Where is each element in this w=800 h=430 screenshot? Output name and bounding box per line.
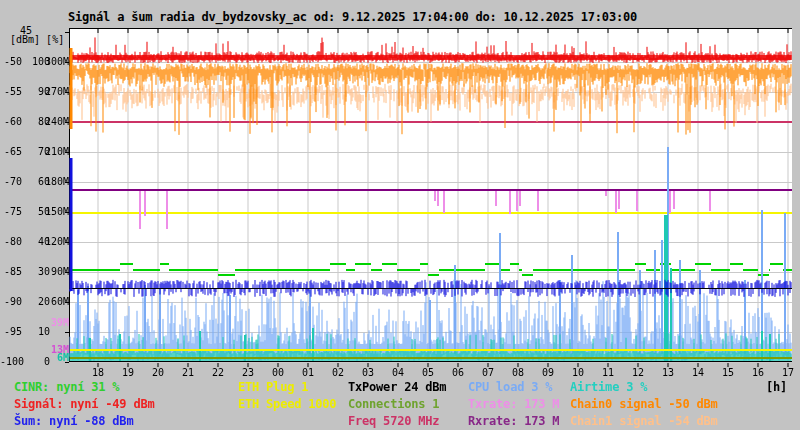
- x-axis-tick-label: 13: [656, 367, 680, 378]
- x-axis-tick-label: 19: [116, 367, 140, 378]
- x-axis-tick-label: 23: [236, 367, 260, 378]
- legend-rxrate: Rxrate: 173 M: [468, 414, 559, 428]
- y-axis-row: -7550150M: [0, 206, 70, 216]
- x-axis-tick-label: 01: [296, 367, 320, 378]
- x-axis-tick-label: 15: [716, 367, 740, 378]
- x-axis-tick-label: 20: [146, 367, 170, 378]
- x-axis-unit-label: [h]: [766, 380, 787, 394]
- x-axis-tick-label: 08: [506, 367, 530, 378]
- x-axis-tick-label: 21: [176, 367, 200, 378]
- y-axis-row: -6080240M: [0, 116, 70, 126]
- x-axis-tick-label: 18: [86, 367, 110, 378]
- legend-chain1: Chain1 signal -54 dBm: [570, 414, 718, 428]
- legend-connections: Connections 1: [348, 397, 439, 411]
- y-axis-row: -5590270M: [0, 86, 70, 96]
- y-axis-row: -853090M: [0, 266, 70, 276]
- y-axis-row: -902060M: [0, 296, 70, 306]
- x-axis-tick-label: 04: [386, 367, 410, 378]
- legend-airtime: Airtime 3 %: [570, 380, 647, 394]
- legend-sum: Šum: nyní -88 dBm: [14, 414, 133, 428]
- x-axis-tick-label: 16: [746, 367, 770, 378]
- legend-cinr: CINR: nyní 31 %: [14, 380, 119, 394]
- x-axis-tick-label: 07: [476, 367, 500, 378]
- x-axis-tick-label: 12: [626, 367, 650, 378]
- x-axis-tick-label: 02: [326, 367, 350, 378]
- legend-chain0: Chain0 signal -50 dBm: [570, 397, 718, 411]
- x-axis-tick-label: 10: [566, 367, 590, 378]
- legend-eth-plug: ETH Plug 1: [238, 380, 308, 394]
- y-axis-colored-tick: 39M: [44, 317, 69, 328]
- x-axis-tick-label: 11: [596, 367, 620, 378]
- y-axis-row: -50100300M: [0, 56, 70, 66]
- y-axis-colored-tick: 6M: [44, 352, 69, 363]
- x-axis-tick-label: 14: [686, 367, 710, 378]
- graph-title: Signál a šum radia dv_bydzovsky_ac od: 9…: [68, 10, 637, 24]
- chart-canvas: [64, 28, 792, 370]
- y-axis-row: -8040120M: [0, 236, 70, 246]
- rrd-graph-page: Signál a šum radia dv_bydzovsky_ac od: 9…: [0, 0, 800, 430]
- x-axis-tick-label: 00: [266, 367, 290, 378]
- x-axis-tick-label: 17: [776, 367, 800, 378]
- x-axis-tick-label: 09: [536, 367, 560, 378]
- x-axis-tick-label: 05: [416, 367, 440, 378]
- x-axis-tick-label: 03: [356, 367, 380, 378]
- y-axis-unit-label: [dBm] [%]: [10, 34, 64, 45]
- x-axis-tick-label: 06: [446, 367, 470, 378]
- y-axis-row: -6570210M: [0, 146, 70, 156]
- legend-cpu: CPU load 3 %: [468, 380, 552, 394]
- y-axis-row: -7060180M: [0, 176, 70, 186]
- legend-signal: Signál: nyní -49 dBm: [14, 397, 155, 411]
- legend-txrate: Txrate: 173 M: [468, 397, 559, 411]
- legend-txpower: TxPower 24 dBm: [348, 380, 446, 394]
- legend-freq: Freq 5720 MHz: [348, 414, 439, 428]
- legend-eth-speed: ETH Speed 1000: [238, 397, 336, 411]
- x-axis-tick-label: 22: [206, 367, 230, 378]
